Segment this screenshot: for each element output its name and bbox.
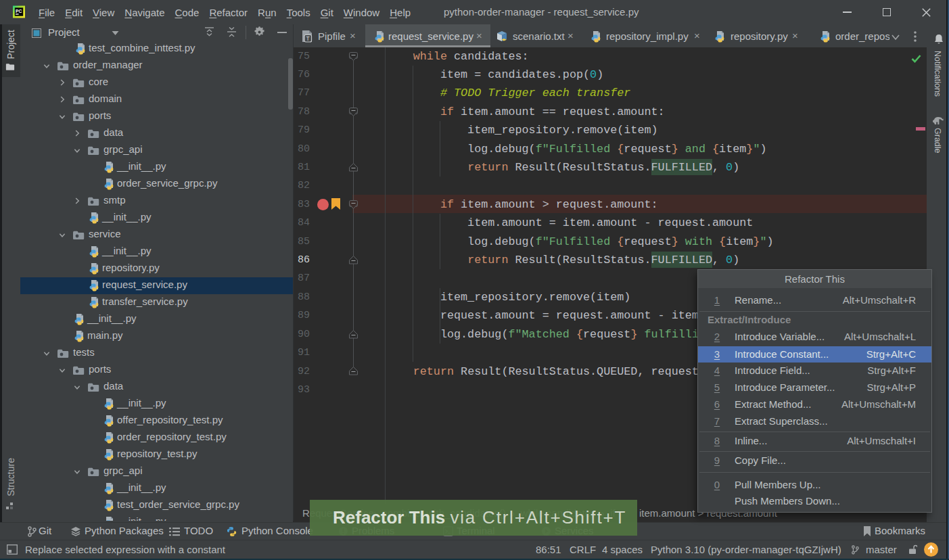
svg-text:T: T: [306, 35, 310, 42]
svg-text:PC: PC: [16, 9, 22, 14]
